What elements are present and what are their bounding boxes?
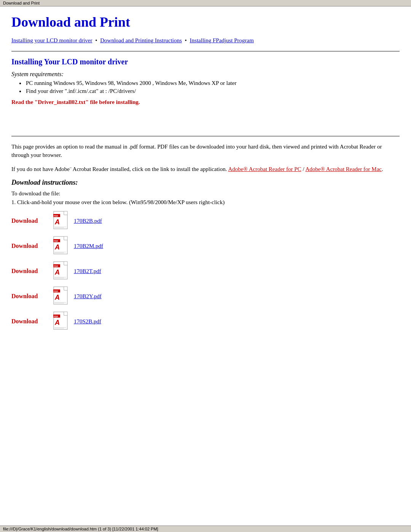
pdf-link-1[interactable]: 170B2B.pdf: [74, 218, 102, 224]
download-label-5: Download: [11, 318, 53, 325]
pdf-icon-4: PDF A: [53, 286, 71, 306]
browser-bar: Download and Print: [0, 0, 411, 6]
divider-2: [11, 136, 400, 136]
requirement-item-2: Find your driver ".inf/.icm/.cat" at : /…: [19, 88, 400, 94]
page-title: Download and Print: [11, 14, 400, 30]
requirements-list: PC running Windows 95, Windows 98, Windo…: [19, 80, 400, 94]
svg-rect-18: [64, 262, 67, 265]
svg-rect-34: [64, 312, 67, 315]
pdf-link-2[interactable]: 170B2M.pdf: [74, 243, 103, 249]
breadcrumb-link-fpadjust[interactable]: Installing FPadjust Program: [190, 37, 254, 43]
download-row-1: Download PDF A 170B2B.pdf: [11, 211, 400, 231]
breadcrumb: Installing your LCD monitor driver • Dow…: [11, 36, 400, 45]
section-download: This page provides an option to read the…: [11, 142, 400, 332]
download-row-4: Download PDF A 170B2Y.pdf: [11, 286, 400, 306]
download-instructions-heading: Download instructions:: [11, 179, 400, 187]
pdf-icon-5: PDF A: [53, 312, 71, 331]
acrobat-mac-link[interactable]: Adobe® Acrobat Reader for Mac: [305, 166, 382, 172]
svg-text:A: A: [54, 218, 60, 226]
download-label-4: Download: [11, 293, 53, 300]
step-1-text: 1. Click-and-hold your mouse over the ic…: [11, 199, 400, 206]
intro2-suffix: .: [382, 166, 383, 172]
page-wrapper: Download and Print Installing your LCD m…: [0, 6, 411, 352]
intro2-prefix: If you do not have Adobe¨ Acrobat Reader…: [11, 166, 228, 172]
pdf-icon-3: PDF A: [53, 261, 71, 281]
acrobat-pc-link[interactable]: Adobe® Acrobat Reader for PC: [228, 166, 301, 172]
download-row-3: Download PDF A 170B2T.pdf: [11, 261, 400, 281]
breadcrumb-sep-1: •: [94, 37, 99, 43]
pdf-link-4[interactable]: 170B2Y.pdf: [74, 293, 102, 300]
breadcrumb-link-download[interactable]: Download and Printing Instructions: [100, 37, 182, 43]
breadcrumb-link-lcd[interactable]: Installing your LCD monitor driver: [11, 37, 92, 43]
download-label-1: Download: [11, 217, 53, 224]
svg-rect-26: [64, 287, 67, 290]
download-row-2: Download PDF A 170B2M.pdf: [11, 236, 400, 256]
divider-1: [11, 51, 400, 51]
svg-text:PDF: PDF: [54, 240, 58, 242]
system-requirements-label: System requirements:: [11, 71, 400, 78]
pdf-icon-1: PDF A: [53, 211, 71, 231]
pdf-link-5[interactable]: 170S2B.pdf: [74, 318, 101, 325]
section-lcd-driver: Installing Your LCD monitor driver Syste…: [11, 58, 400, 105]
svg-text:PDF: PDF: [54, 290, 58, 292]
svg-text:PDF: PDF: [54, 265, 58, 267]
svg-rect-2: [64, 211, 67, 215]
svg-rect-10: [64, 236, 67, 240]
svg-text:PDF: PDF: [54, 215, 58, 217]
section-lcd-heading: Installing Your LCD monitor driver: [11, 58, 400, 66]
download-row-5: Download PDF A 170S2B.pdf: [11, 312, 400, 331]
intro2-separator: /: [301, 166, 306, 172]
requirement-item-1: PC running Windows 95, Windows 98, Windo…: [19, 80, 400, 86]
svg-text:A: A: [54, 319, 60, 326]
download-list: Download PDF A 170B2B.pdf: [11, 211, 400, 331]
svg-text:PDF: PDF: [54, 315, 58, 318]
intro-text-2: If you do not have Adobe¨ Acrobat Reader…: [11, 165, 400, 174]
pdf-link-3[interactable]: 170B2T.pdf: [74, 268, 101, 275]
svg-text:A: A: [54, 294, 60, 301]
warning-text: Read the "Driver_install02.txt" file bef…: [11, 99, 400, 105]
intro-text-1: This page provides an option to read the…: [11, 142, 400, 160]
download-label-3: Download: [11, 268, 53, 275]
to-download-text: To download the file:: [11, 190, 400, 197]
pdf-icon-2: PDF A: [53, 236, 71, 256]
breadcrumb-sep-2: •: [183, 37, 188, 43]
browser-title: Download and Print: [3, 1, 40, 5]
svg-text:A: A: [54, 268, 60, 276]
download-label-2: Download: [11, 243, 53, 249]
svg-text:A: A: [54, 243, 60, 251]
